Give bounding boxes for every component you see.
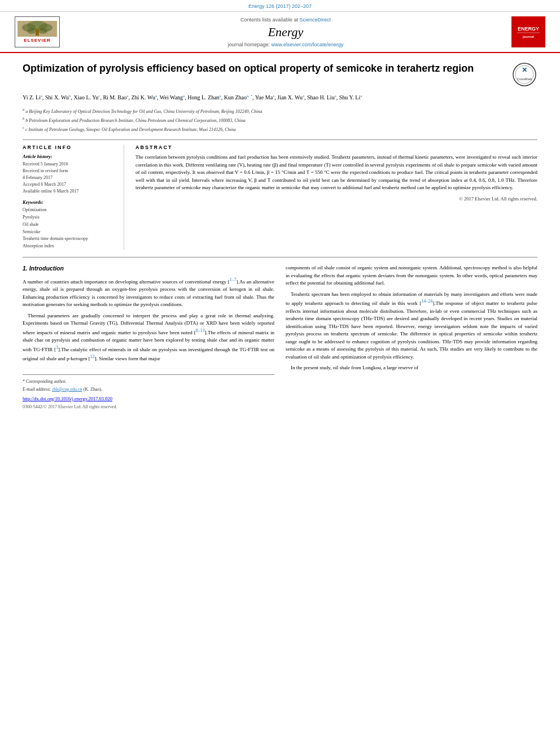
journal-logo-right: ENERGY journal [506, 16, 551, 47]
keywords-section: Keywords: Optimization Pyrolysis Oil sha… [23, 199, 115, 250]
abstract-col: ABSTRACT The correlation between pyrolys… [135, 145, 537, 250]
svg-rect-4 [36, 29, 39, 36]
journal-header: ELSEVIER Contents lists available at Sci… [0, 12, 560, 53]
article-title-text: Optimization of pyrolysis efficiency bas… [23, 62, 504, 80]
section-divider [23, 257, 537, 257]
body-right-col: components of oil shale consist of organ… [286, 264, 537, 410]
journal-homepage: journal homepage: www.elsevier.com/locat… [77, 42, 495, 47]
body-left-col: 1. Introduction A number of countries at… [23, 264, 274, 410]
accepted-date: Accepted 6 March 2017 [23, 181, 115, 188]
ref-8-13[interactable]: 8–13 [196, 328, 205, 333]
journal-name: Energy [77, 25, 495, 40]
elsevier-logo-box: ELSEVIER [15, 16, 60, 47]
footer-section: * Corresponding author. E-mail address: … [23, 374, 274, 410]
sciencedirect-link[interactable]: ScienceDirect [300, 17, 331, 23]
ref-14-24[interactable]: 14–24 [421, 299, 432, 304]
doi-anchor[interactable]: http://dx.doi.org/10.1016/j.energy.2017.… [23, 396, 112, 401]
article-info-label: ARTICLE INFO [23, 145, 115, 150]
email-link[interactable]: zhk@cup.edu.cn [52, 387, 82, 392]
main-content: Optimization of pyrolysis efficiency bas… [0, 53, 560, 420]
right-para1: components of oil shale consist of organ… [286, 264, 537, 287]
elsevier-logo-area: ELSEVIER [9, 16, 65, 47]
abstract-text: The correlation between pyrolysis condit… [135, 154, 537, 202]
elsevier-logo-image [18, 21, 57, 37]
available-online: Available online 6 March 2017 [23, 188, 115, 195]
contents-line: Contents lists available at ScienceDirec… [77, 17, 495, 23]
svg-text:✕: ✕ [522, 66, 527, 74]
affil-a: a a Beijing Key Laboratory of Optical De… [23, 107, 537, 115]
keyword-optimization: Optimization [23, 207, 115, 214]
corresponding-note: * Corresponding author. [23, 378, 274, 385]
email-note: E-mail address: zhk@cup.edu.cn (K. Zhao)… [23, 386, 274, 393]
history-title: Article history: [23, 154, 115, 159]
abstract-paragraph: The correlation between pyrolysis condit… [135, 154, 537, 192]
abstract-label: ABSTRACT [135, 145, 537, 150]
keyword-thz-tds: Terahertz time domain spectroscopy [23, 235, 115, 243]
ref-12[interactable]: 12 [90, 354, 95, 359]
article-title: Optimization of pyrolysis efficiency bas… [23, 62, 504, 75]
svg-text:CrossMark: CrossMark [517, 77, 532, 81]
svg-point-6 [38, 28, 47, 34]
page-wrapper: Energy 126 (2017) 202–207 EL [0, 0, 560, 420]
ref-3[interactable]: 3 [56, 345, 58, 350]
info-abstract-section: ARTICLE INFO Article history: Received 5… [23, 139, 537, 250]
keyword-semicoke: Semicoke [23, 229, 115, 236]
copyright-line: © 2017 Elsevier Ltd. All rights reserved… [135, 195, 537, 203]
doi-link: http://dx.doi.org/10.1016/j.energy.2017.… [23, 395, 274, 403]
article-info-col: ARTICLE INFO Article history: Received 5… [23, 145, 124, 250]
journal-header-center: Contents lists available at ScienceDirec… [65, 17, 506, 47]
issn-line: 0360-5442/© 2017 Elsevier Ltd. All right… [23, 404, 274, 410]
svg-text:journal: journal [522, 35, 534, 38]
svg-text:ENERGY: ENERGY [518, 26, 539, 32]
right-para3: In the present study, oil shale from Lon… [286, 364, 537, 372]
article-history: Article history: Received 5 January 2016… [23, 154, 115, 195]
citation-text: Energy 126 (2017) 202–207 [248, 3, 312, 9]
energy-logo: ENERGY journal [511, 16, 545, 47]
keywords-title: Keywords: [23, 199, 115, 205]
affil-c: c c Institute of Petroleum Geology, Sino… [23, 125, 537, 133]
elsevier-text: ELSEVIER [24, 38, 51, 43]
ref-1-7[interactable]: 1–7 [230, 277, 237, 282]
article-title-section: Optimization of pyrolysis efficiency bas… [23, 62, 537, 88]
body-two-col: 1. Introduction A number of countries at… [23, 264, 537, 410]
received-revised-date: 4 February 2017 [23, 174, 115, 181]
affil-b: b b Petroleum Exploration and Production… [23, 116, 537, 124]
svg-point-5 [27, 28, 36, 34]
right-para2: Terahertz spectrum has been employed to … [286, 291, 537, 361]
keyword-oil-shale: Oil shale [23, 221, 115, 229]
intro-para1: A number of countries attach importance … [23, 277, 274, 309]
intro-heading: 1. Introduction [23, 264, 274, 273]
authors-line: Yi Z. Lia, Shi X. Wub, Xiao L. Yuc, Ri M… [23, 93, 537, 102]
citation-bar: Energy 126 (2017) 202–207 [0, 0, 560, 12]
homepage-link[interactable]: www.elsevier.com/locate/energy [272, 42, 344, 47]
received-revised-label: Received in revised form [23, 168, 115, 174]
keyword-pyrolysis: Pyrolysis [23, 214, 115, 221]
keyword-absorption: Absorption index [23, 243, 115, 250]
affiliations: a a Beijing Key Laboratory of Optical De… [23, 107, 537, 133]
intro-para2: Thermal parameters are gradually concern… [23, 312, 274, 363]
crossmark-logo: ✕ CrossMark [512, 62, 537, 88]
received-date: Received 5 January 2016 [23, 161, 115, 168]
